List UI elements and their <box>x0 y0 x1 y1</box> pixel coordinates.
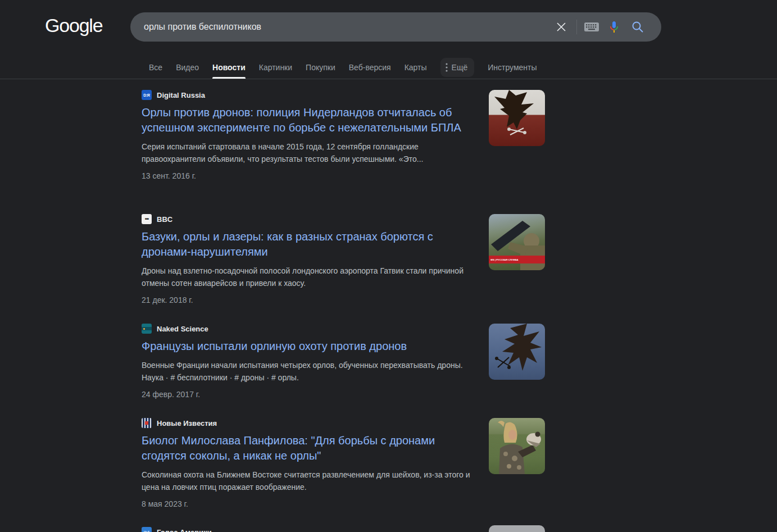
result-date: 21 дек. 2018 г. <box>142 295 545 304</box>
google-news-search-page: { "header": { "logo": "Google", "search"… <box>0 0 777 532</box>
result-date: 24 февр. 2017 г. <box>142 390 545 399</box>
result-thumbnail[interactable] <box>489 525 545 532</box>
tab-video[interactable]: Видео <box>176 56 199 79</box>
source-name: Голос Америки <box>157 528 212 532</box>
result-thumbnail[interactable] <box>489 324 545 380</box>
clear-icon[interactable] <box>549 15 573 39</box>
result-snippet: Военные Франции начали испытания четырех… <box>142 359 475 384</box>
result-snippet: Соколиная охота на Ближнем Востоке счита… <box>142 469 475 493</box>
bbc-news-banner: WS | РУССКАЯ СЛУЖБА <box>489 256 545 263</box>
source-name: BBC <box>157 215 172 224</box>
close-icon <box>556 21 567 33</box>
result-snippet: Серия испытаний стартовала в начале 2015… <box>142 140 475 165</box>
search-bar-icons <box>549 15 661 39</box>
voa-favicon: VoA <box>142 527 152 532</box>
result-source[interactable]: ••• BBC <box>142 214 545 224</box>
news-result: Naked Science Французы испытали орлиную … <box>142 324 545 399</box>
result-date: 13 сент. 2016 г. <box>142 171 545 180</box>
tab-maps[interactable]: Карты <box>405 56 427 79</box>
eagle-drone-illustration <box>489 90 545 146</box>
results-tabs: Все Видео Новости Картинки Покупки Веб-в… <box>149 56 537 79</box>
news-result: D:R Digital Russia Орлы против дронов: п… <box>142 90 545 180</box>
result-snippet: Дроны над взлетно-посадочной полосой лон… <box>142 265 475 289</box>
result-thumbnail[interactable] <box>489 418 545 474</box>
result-title-link[interactable]: Французы испытали орлиную охоту против д… <box>142 339 476 354</box>
tab-images[interactable]: Картинки <box>259 56 292 79</box>
naked-science-favicon <box>142 324 152 334</box>
result-source[interactable]: D:R Digital Russia <box>142 90 545 100</box>
tab-news[interactable]: Новости <box>212 56 246 79</box>
tab-all[interactable]: Все <box>149 56 162 79</box>
result-source[interactable]: Новые Известия <box>142 418 545 428</box>
tab-tools[interactable]: Инструменты <box>488 56 537 79</box>
result-source[interactable]: Naked Science <box>142 324 545 334</box>
novye-izvestia-favicon <box>142 418 152 428</box>
header-divider <box>0 79 777 79</box>
bbc-favicon: ••• <box>142 214 152 224</box>
news-result: VoA Голос Америки <box>142 525 545 532</box>
tab-more[interactable]: Ещё <box>440 58 475 77</box>
tab-shopping[interactable]: Покупки <box>306 56 335 79</box>
keyboard-icon[interactable] <box>580 16 603 38</box>
result-source[interactable]: VoA Голос Америки <box>142 527 545 532</box>
search-icon[interactable] <box>626 16 649 38</box>
falconer-illustration <box>489 418 545 474</box>
google-logo[interactable]: Google <box>45 15 102 37</box>
tab-more-label: Ещё <box>452 63 468 72</box>
microphone-icon[interactable] <box>603 16 625 38</box>
source-name: Новые Известия <box>157 419 217 428</box>
result-title-link[interactable]: Орлы против дронов: полиция Нидерландов … <box>142 105 476 135</box>
news-result: Новые Известия Биолог Милослава Панфилов… <box>142 418 545 508</box>
more-dots-icon <box>446 63 448 72</box>
result-title-link[interactable]: Биолог Милослава Панфилова: "Для борьбы … <box>142 433 476 463</box>
news-result: ••• BBC Базуки, орлы и лазеры: как в раз… <box>142 214 545 304</box>
tab-web[interactable]: Веб-версия <box>349 56 391 79</box>
source-name: Digital Russia <box>157 91 205 99</box>
search-bar-divider <box>576 20 577 34</box>
result-title-link[interactable]: Базуки, орлы и лазеры: как в разных стра… <box>142 229 476 260</box>
result-thumbnail[interactable] <box>489 90 545 146</box>
result-thumbnail[interactable]: WS | РУССКАЯ СЛУЖБА <box>489 214 545 270</box>
eagle-sky-illustration <box>489 324 545 380</box>
source-name: Naked Science <box>157 325 208 333</box>
result-date: 8 мая 2023 г. <box>142 499 545 508</box>
search-input[interactable]: орлы против беспилотников <box>144 22 549 32</box>
digital-russia-favicon: D:R <box>142 90 152 100</box>
search-bar[interactable]: орлы против беспилотников <box>130 12 661 42</box>
